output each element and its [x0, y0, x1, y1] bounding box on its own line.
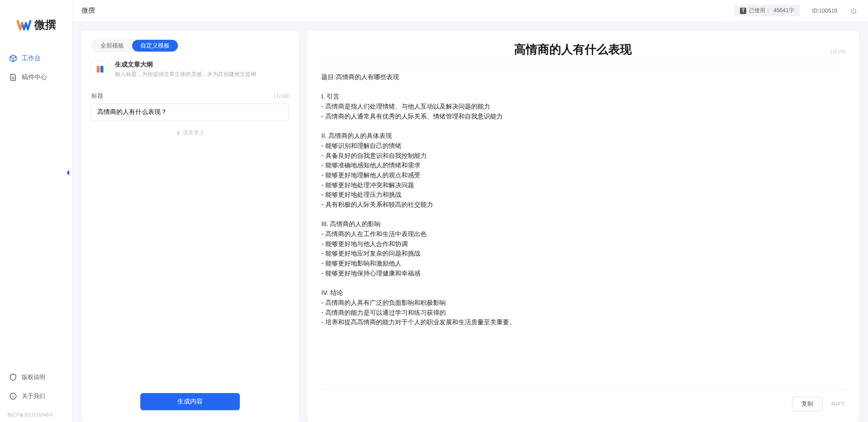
doc-body[interactable]: 题目:高情商的人有哪些表现 I. 引言 - 高情商是指人们处理情绪、与他人互动以…: [321, 72, 845, 385]
nav-item-about[interactable]: 关于我们: [5, 388, 67, 405]
template-title: 生成文章大纲: [115, 61, 256, 69]
sidebar: 微撰 工作台 稿件中心 版权说明 关于我们 鄂ICP备2022016946号: [0, 0, 72, 422]
voice-input-button[interactable]: 语音录入: [91, 129, 289, 137]
tab-bar: 全部模板 自定义模板: [91, 39, 179, 52]
usage-value: 45641字: [773, 7, 794, 14]
tab-all-templates[interactable]: 全部模板: [92, 40, 132, 52]
tab-custom-templates[interactable]: 自定义模板: [132, 40, 178, 52]
svg-rect-1: [178, 131, 179, 133]
page-title: 微撰: [81, 6, 95, 15]
template-info: 生成文章大纲 输入标题，为你提供文章主体的灵感，并为其创建推文提纲: [115, 61, 256, 78]
left-panel: 全部模板 自定义模板 生成文章大纲 输入标题，为你提供文章主体的灵感，并为其创建…: [81, 31, 299, 422]
usage-badge[interactable]: T 已使用： 45641字: [734, 5, 799, 16]
info-icon: [9, 392, 17, 400]
nav-item-workbench[interactable]: 工作台: [5, 50, 67, 67]
book-icon: [95, 64, 105, 74]
doc-title-count: 10/100: [830, 49, 845, 54]
word-count: 404字: [831, 400, 845, 408]
document-icon: [9, 73, 17, 81]
sidebar-collapse-handle[interactable]: [63, 167, 72, 178]
template-icon: [91, 61, 109, 78]
form-label-row: 标题 11/100: [91, 92, 289, 100]
nav-label: 版权说明: [22, 373, 45, 381]
logo-text: 微撰: [34, 18, 56, 32]
power-icon[interactable]: [850, 7, 857, 14]
nav-list: 工作台 稿件中心: [0, 50, 72, 369]
mic-icon: [176, 130, 181, 136]
form-label: 标题: [91, 92, 103, 100]
chevron-left-icon: [66, 170, 70, 176]
usage-label: 已使用：: [749, 7, 771, 14]
doc-footer: 复制 404字: [321, 390, 845, 411]
main: 全部模板 自定义模板 生成文章大纲 输入标题，为你提供文章主体的灵感，并为其创建…: [72, 22, 868, 422]
top-header: 微撰 T 已使用： 45641字 ID:100519: [0, 0, 868, 22]
title-input[interactable]: [91, 104, 289, 121]
header-right: T 已使用： 45641字 ID:100519: [734, 5, 857, 16]
nav-bottom: 版权说明 关于我们: [0, 369, 72, 410]
nav-label: 工作台: [22, 54, 41, 62]
text-icon: T: [740, 8, 746, 14]
nav-item-copyright[interactable]: 版权说明: [5, 369, 67, 386]
nav-label: 稿件中心: [22, 73, 47, 81]
logo-icon: [16, 17, 32, 33]
nav-item-drafts[interactable]: 稿件中心: [5, 69, 67, 86]
doc-title[interactable]: 高情商的人有什么表现: [321, 42, 825, 57]
generate-button[interactable]: 生成内容: [140, 393, 240, 410]
nav-label: 关于我们: [22, 392, 45, 400]
logo: 微撰: [0, 0, 72, 50]
char-count: 11/100: [273, 93, 289, 99]
right-panel: 高情商的人有什么表现 10/100 题目:高情商的人有哪些表现 I. 引言 - …: [308, 31, 859, 422]
shield-icon: [9, 373, 17, 381]
cube-icon: [9, 54, 17, 62]
voice-label: 语音录入: [183, 129, 205, 137]
user-id: ID:100519: [812, 8, 837, 14]
doc-title-row: 高情商的人有什么表现 10/100: [321, 42, 845, 64]
template-card: 生成文章大纲 输入标题，为你提供文章主体的灵感，并为其创建推文提纲: [91, 61, 289, 78]
icp-text: 鄂ICP备2022016946号: [0, 410, 72, 422]
template-desc: 输入标题，为你提供文章主体的灵感，并为其创建推文提纲: [115, 71, 256, 78]
copy-button[interactable]: 复制: [792, 397, 823, 411]
